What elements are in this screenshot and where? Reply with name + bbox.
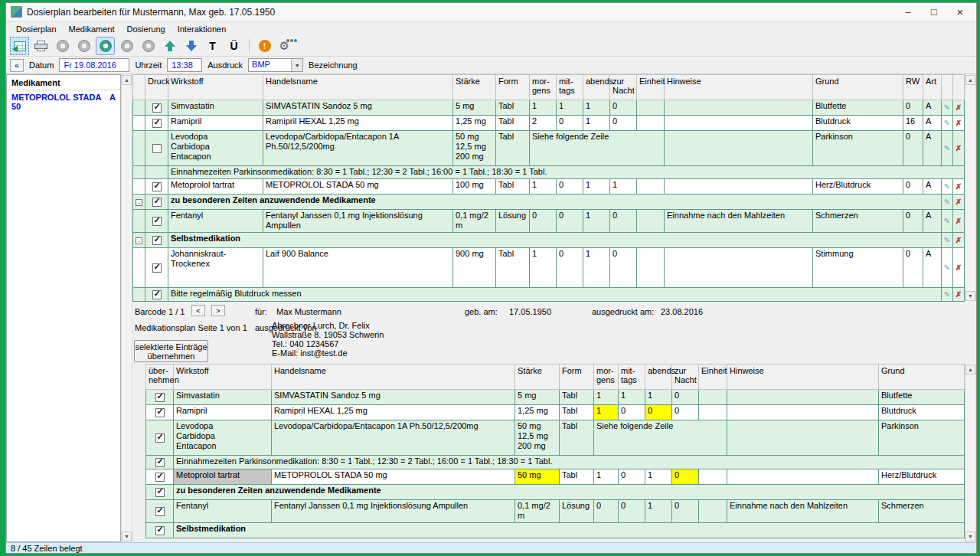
- medication-row[interactable]: Metoprolol tartratMETOPROLOL STADA 50 mg…: [133, 179, 965, 195]
- scroll-down-arrow[interactable]: [965, 291, 975, 301]
- datum-field[interactable]: Fr 19.08.2016: [59, 58, 129, 72]
- edit-icon[interactable]: [944, 291, 950, 299]
- uebernehmen-checkbox[interactable]: [155, 526, 165, 535]
- section-row[interactable]: -zu besonderen Zeiten anzuwendende Medik…: [133, 195, 965, 210]
- medication-row[interactable]: RamiprilRamipril HEXAL 1,25 mg1,25 mgTab…: [146, 405, 965, 420]
- bmp-table-scrollbar[interactable]: [965, 364, 976, 542]
- delete-icon[interactable]: [956, 264, 962, 272]
- settings-button[interactable]: [276, 37, 296, 55]
- druck-checkbox[interactable]: [152, 236, 162, 245]
- stamp-button-2[interactable]: [74, 37, 93, 55]
- note-row[interactable]: Bitte regelmäßig Blutdruck messen: [133, 288, 965, 302]
- uebernehmen-checkbox[interactable]: [155, 488, 165, 497]
- ausdruck-select[interactable]: BMP: [248, 58, 303, 72]
- menu-dosierplan[interactable]: Dosierplan: [11, 23, 62, 35]
- scroll-up-arrow[interactable]: [965, 75, 975, 85]
- edit-icon[interactable]: [944, 237, 950, 244]
- collapse-group-icon[interactable]: -: [136, 199, 142, 206]
- uebernehmen-checkbox[interactable]: [155, 408, 165, 417]
- note-row[interactable]: Einnahmezeiten Parkinsonmedikation: 8:30…: [133, 166, 965, 179]
- menu-medikament[interactable]: Medikament: [64, 23, 120, 35]
- edit-icon[interactable]: [944, 119, 950, 127]
- uebernehmen-checkbox[interactable]: [155, 433, 165, 443]
- sidebar-scrollbar[interactable]: [121, 74, 132, 542]
- print-button[interactable]: [31, 37, 51, 55]
- barcode-prev-button[interactable]: <: [191, 305, 205, 316]
- edit-icon[interactable]: [944, 145, 950, 152]
- druck-checkbox[interactable]: [152, 119, 162, 128]
- medication-row[interactable]: RamiprilRamipril HEXAL 1,25 mg1,25 mgTab…: [133, 116, 965, 131]
- druck-checkbox[interactable]: [152, 103, 162, 113]
- barcode-next-button[interactable]: >: [211, 305, 225, 316]
- section-row[interactable]: zu besonderen Zeiten anzuwendende Medika…: [146, 485, 965, 500]
- druck-checkbox[interactable]: [152, 263, 162, 273]
- medication-row[interactable]: FentanylFentanyl Janssen 0,1 mg Injektio…: [146, 500, 965, 523]
- uebernehmen-checkbox[interactable]: [155, 458, 165, 467]
- delete-icon[interactable]: [956, 217, 962, 225]
- delete-icon[interactable]: [956, 291, 962, 299]
- druck-checkbox[interactable]: [152, 217, 162, 226]
- medication-row[interactable]: Levodopa Carbidopa EntacaponLevodopa/Car…: [133, 131, 965, 166]
- text-u-button[interactable]: Ü: [224, 37, 243, 55]
- uebernehmen-checkbox[interactable]: [155, 473, 165, 482]
- column-header: abends: [583, 75, 610, 100]
- scroll-up-arrow[interactable]: [965, 365, 975, 374]
- medication-row[interactable]: SimvastatinSIMVASTATIN Sandoz 5 mg5 mgTa…: [133, 100, 965, 116]
- uebernehmen-checkbox[interactable]: [155, 393, 165, 402]
- stamp-button-1[interactable]: [53, 37, 72, 55]
- druck-checkbox[interactable]: [152, 290, 162, 299]
- cell-hinweise: [727, 390, 879, 405]
- sidebar-item-metoprolol[interactable]: METOPROLOL STADA 50 A: [7, 90, 120, 113]
- stamp-icon: [78, 40, 90, 52]
- druck-checkbox[interactable]: [152, 144, 162, 153]
- note-row[interactable]: Einnahmezeiten Parkinsonmedikation: 8:30…: [146, 456, 965, 469]
- menu-interaktionen[interactable]: Interaktionen: [172, 23, 232, 35]
- scroll-down-arrow[interactable]: [965, 531, 975, 541]
- column-header: mor- gens: [530, 75, 557, 100]
- delete-icon[interactable]: [956, 145, 962, 152]
- medication-row[interactable]: Levodopa Carbidopa EntacaponLevodopa/Car…: [146, 420, 965, 456]
- close-button[interactable]: ×: [947, 4, 973, 20]
- interaction-warning-button[interactable]: [255, 37, 274, 55]
- delete-icon[interactable]: [956, 104, 962, 112]
- collapse-button[interactable]: «: [10, 59, 24, 72]
- druck-checkbox[interactable]: [152, 182, 162, 191]
- edit-icon[interactable]: [944, 264, 950, 272]
- delete-icon[interactable]: [956, 237, 962, 244]
- medication-row[interactable]: Johanniskraut-TrockenexLaif 900 Balance9…: [133, 248, 965, 288]
- edit-icon[interactable]: [944, 198, 950, 206]
- section-row[interactable]: -Selbstmedikation: [133, 233, 965, 248]
- collapse-group-icon[interactable]: -: [136, 237, 142, 244]
- uhrzeit-field[interactable]: 13:38: [167, 58, 202, 72]
- medication-row[interactable]: SimvastatinSIMVASTATIN Sandoz 5 mg5 mgTa…: [146, 390, 965, 405]
- scroll-down-arrow[interactable]: [122, 531, 132, 541]
- del-cell: [953, 195, 965, 210]
- uebernehmen-checkbox[interactable]: [155, 507, 165, 516]
- stamp-button-4[interactable]: [139, 37, 158, 55]
- edit-icon[interactable]: [944, 217, 950, 225]
- move-down-button[interactable]: [181, 37, 201, 55]
- text-t-button[interactable]: T: [203, 37, 222, 55]
- druck-checkbox[interactable]: [152, 198, 162, 207]
- section-row[interactable]: Selbstmedikation: [146, 523, 965, 538]
- stamp-button-3[interactable]: [117, 37, 136, 55]
- medication-row[interactable]: Metoprolol tartratMETOPROLOL STADA 50 mg…: [146, 469, 965, 485]
- delete-icon[interactable]: [956, 183, 962, 191]
- menu-dosierung[interactable]: Dosierung: [122, 23, 171, 35]
- move-up-button[interactable]: [160, 37, 179, 55]
- scroll-up-arrow[interactable]: [122, 75, 132, 85]
- maximize-button[interactable]: □: [921, 5, 947, 19]
- stamp-icon-active: [100, 40, 112, 52]
- export-selection-button[interactable]: [10, 37, 29, 55]
- dropdown-arrow-icon[interactable]: [291, 59, 302, 71]
- delete-icon[interactable]: [956, 119, 962, 127]
- plan-table-scrollbar[interactable]: [965, 74, 976, 302]
- print-icon: [34, 41, 47, 52]
- edit-icon[interactable]: [944, 104, 950, 112]
- edit-icon[interactable]: [944, 183, 950, 191]
- transfer-selected-entries-button[interactable]: selektierte Einträge übernehmen: [134, 340, 208, 362]
- delete-icon[interactable]: [956, 198, 962, 206]
- minimize-button[interactable]: –: [895, 5, 921, 19]
- stamp-button-active[interactable]: [96, 37, 115, 55]
- medication-row[interactable]: FentanylFentanyl Janssen 0,1 mg Injektio…: [133, 210, 965, 233]
